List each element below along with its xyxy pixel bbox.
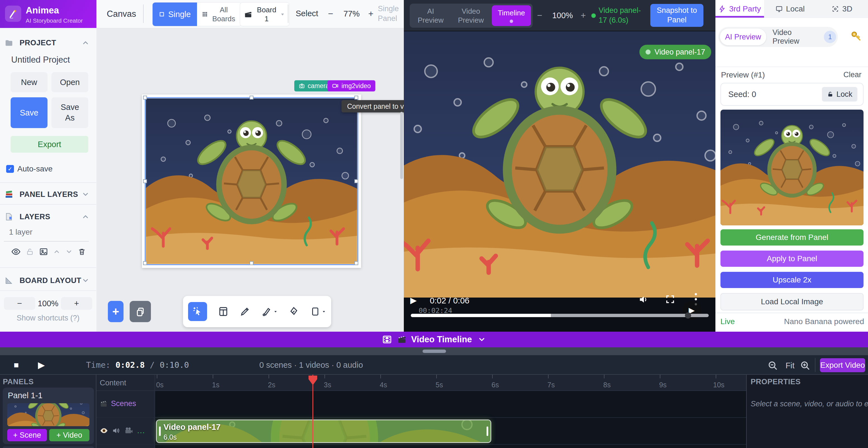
- all-boards-button[interactable]: All Boards: [197, 2, 241, 26]
- zoom-out-icon[interactable]: [767, 360, 778, 371]
- preview-zoom-in-button[interactable]: +: [576, 8, 590, 22]
- timeline-tracks[interactable]: Content 0s1s2s3s4s5s6s7s8s9s10s Scenes .…: [96, 375, 746, 448]
- canvas-scrollbar[interactable]: [400, 112, 403, 179]
- video-progress-track[interactable]: [411, 314, 709, 317]
- speaker-icon[interactable]: [112, 426, 120, 435]
- single-view-button[interactable]: Single: [153, 2, 197, 26]
- generate-from-panel-button[interactable]: Generate from Panel: [720, 229, 864, 245]
- selection-handle[interactable]: [143, 261, 147, 265]
- snapshot-to-panel-button[interactable]: Snapshot to Panel: [650, 4, 704, 27]
- section-project[interactable]: PROJECT: [4, 36, 92, 50]
- section-board-layout[interactable]: BOARD LAYOUT: [4, 273, 92, 288]
- timeline-resize-strip[interactable]: [0, 347, 868, 355]
- timeline-ruler[interactable]: 0s1s2s3s4s5s6s7s8s9s10s: [96, 375, 746, 391]
- load-local-image-button[interactable]: Load Local Image: [720, 293, 864, 310]
- api-key-icon[interactable]: [850, 30, 862, 42]
- selection-handle[interactable]: [354, 96, 358, 99]
- tab-video-preview[interactable]: Video Preview: [450, 5, 492, 26]
- selection-handle[interactable]: [143, 96, 147, 99]
- chevron-down-icon[interactable]: [82, 190, 89, 198]
- save-button[interactable]: Save: [11, 97, 48, 128]
- play-button[interactable]: ▶: [34, 359, 49, 371]
- add-scene-button[interactable]: + Scene: [7, 429, 47, 441]
- tab-local[interactable]: Local: [764, 0, 816, 18]
- move-down-icon[interactable]: [65, 248, 73, 255]
- eye-icon[interactable]: [100, 426, 108, 435]
- panel-card[interactable]: Panel 1-1 + Scene + Video: [3, 388, 94, 444]
- show-shortcuts-link[interactable]: Show shortcuts (?): [0, 314, 96, 323]
- section-layers[interactable]: LAYERS: [4, 209, 92, 224]
- lock-icon[interactable]: [26, 247, 34, 256]
- timeline-title-bar[interactable]: Video Timeline: [0, 332, 868, 347]
- apply-to-panel-button[interactable]: Apply to Panel: [720, 250, 864, 267]
- seed-lock-button[interactable]: Lock: [822, 87, 857, 101]
- pen-tool-button[interactable]: [261, 306, 278, 317]
- autosave-checkbox[interactable]: ✓: [6, 165, 14, 173]
- tab-ai-preview[interactable]: AI Preview: [411, 5, 450, 26]
- move-up-icon[interactable]: [53, 248, 60, 255]
- clear-button[interactable]: Clear: [843, 70, 862, 79]
- playhead-marker[interactable]: [308, 375, 317, 385]
- subtab-video-preview[interactable]: Video Preview: [772, 28, 820, 46]
- trash-icon[interactable]: [78, 247, 86, 256]
- fit-button[interactable]: Fit: [781, 359, 799, 372]
- scenes-track-label[interactable]: Scenes: [100, 399, 136, 408]
- tab-3rd-party[interactable]: 3rd Party: [715, 0, 764, 18]
- drag-handle[interactable]: [423, 350, 446, 353]
- chevron-up-icon[interactable]: [82, 213, 89, 221]
- movie-camera-icon[interactable]: [124, 426, 133, 435]
- video-clip[interactable]: Video panel-17 6.0s: [156, 419, 491, 443]
- autosave-row[interactable]: ✓ Auto-save: [6, 165, 53, 173]
- seed-value[interactable]: Seed: 0: [728, 90, 756, 99]
- selection-handle[interactable]: [250, 96, 253, 99]
- board-selector[interactable]: Board 1: [240, 2, 289, 26]
- eraser-tool-icon[interactable]: [288, 306, 299, 317]
- clip-trim-right-handle[interactable]: [487, 426, 488, 436]
- fullscreen-icon[interactable]: [665, 294, 675, 304]
- track-more[interactable]: ...: [137, 426, 145, 435]
- image-icon[interactable]: [39, 247, 48, 256]
- clip-trim-left-handle[interactable]: [159, 426, 161, 436]
- subtab-ai-preview[interactable]: AI Preview: [720, 29, 766, 45]
- open-button[interactable]: Open: [52, 72, 88, 92]
- add-video-button[interactable]: + Video: [49, 429, 89, 441]
- export-button[interactable]: Export: [11, 136, 88, 153]
- img2video-tag[interactable]: img2video: [328, 80, 375, 91]
- new-button[interactable]: New: [11, 72, 48, 92]
- project-name[interactable]: Untitled Project: [11, 55, 70, 65]
- single-panel-label[interactable]: Single Panel: [378, 4, 406, 24]
- shape-tool-button[interactable]: [310, 306, 326, 317]
- eye-icon[interactable]: [11, 247, 21, 257]
- upscale-2x-button[interactable]: Upscale 2x: [720, 272, 864, 288]
- tab-3d[interactable]: 3D: [816, 0, 868, 18]
- chevron-down-icon[interactable]: [477, 335, 486, 344]
- section-panel-layers[interactable]: PANEL LAYERS: [4, 187, 92, 202]
- board-zoom-out-button[interactable]: −: [4, 297, 35, 310]
- selection-handle[interactable]: [250, 261, 253, 265]
- selection-handle[interactable]: [354, 261, 358, 265]
- save-as-button[interactable]: Save As: [52, 97, 88, 128]
- selection-handle[interactable]: [354, 179, 358, 183]
- preview-zoom-out-button[interactable]: −: [533, 8, 547, 22]
- preview-image[interactable]: [720, 110, 864, 226]
- video-progress-knob[interactable]: [685, 312, 691, 319]
- volume-icon[interactable]: [639, 294, 649, 305]
- canvas-zoom-out-button[interactable]: −: [323, 7, 338, 21]
- tab-timeline[interactable]: Timeline: [492, 5, 531, 26]
- playhead-line[interactable]: [312, 375, 313, 448]
- board-zoom-in-button[interactable]: +: [61, 297, 92, 310]
- panel-artwork[interactable]: [146, 98, 357, 264]
- select-tool-label[interactable]: Select: [296, 9, 318, 18]
- chevron-up-icon[interactable]: [82, 39, 89, 47]
- stop-button[interactable]: ■: [8, 359, 24, 371]
- export-video-button[interactable]: Export Video: [820, 358, 865, 372]
- chevron-down-icon[interactable]: [82, 276, 89, 285]
- pencil-tool-icon[interactable]: [239, 306, 250, 317]
- add-panel-button[interactable]: +: [108, 301, 124, 322]
- duplicate-panel-button[interactable]: [130, 301, 151, 322]
- video-play-button[interactable]: ▶: [410, 295, 417, 305]
- panel-layout-tool-icon[interactable]: [218, 306, 229, 317]
- video-frame[interactable]: [404, 31, 715, 298]
- selection-handle[interactable]: [143, 179, 147, 183]
- canvas-zoom-in-button[interactable]: +: [364, 7, 378, 21]
